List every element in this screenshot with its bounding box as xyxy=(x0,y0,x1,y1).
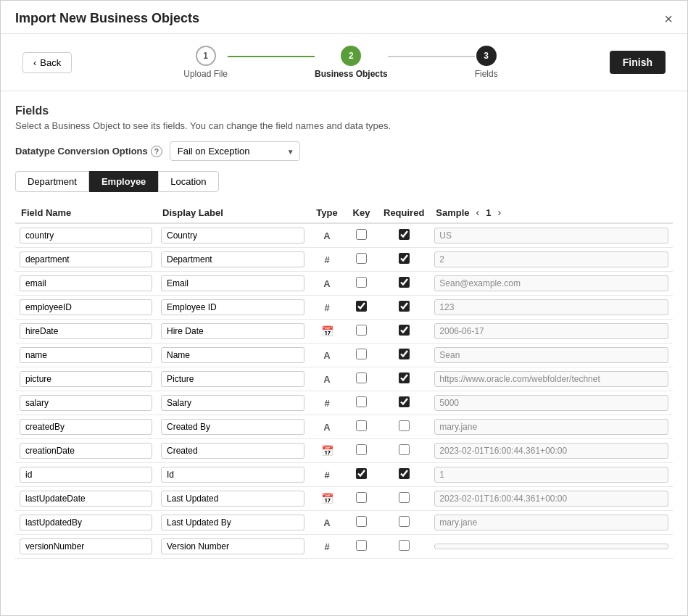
fields-table-wrap: Field Name Display Label Type Key Requir… xyxy=(15,202,673,559)
displaylabel-input[interactable] xyxy=(161,228,304,244)
step3-label: Fields xyxy=(475,69,498,79)
fieldname-input[interactable] xyxy=(20,395,152,411)
key-checkbox[interactable] xyxy=(356,277,367,288)
table-row: # 2 xyxy=(15,248,673,272)
cell-type: 📅 xyxy=(309,487,345,511)
fieldname-input[interactable] xyxy=(20,299,152,315)
cell-key xyxy=(345,439,378,463)
displaylabel-input[interactable] xyxy=(161,443,304,459)
cell-key xyxy=(345,344,378,367)
sample-prev-button[interactable]: ‹ xyxy=(474,207,482,218)
cell-sample: 2006-06-17 xyxy=(430,320,673,344)
cell-required xyxy=(378,487,430,511)
cell-fieldname xyxy=(15,367,157,391)
cell-sample xyxy=(430,535,673,559)
key-checkbox[interactable] xyxy=(356,396,367,407)
tab-department[interactable]: Department xyxy=(15,171,89,192)
sample-next-button[interactable]: › xyxy=(496,207,504,218)
cell-fieldname xyxy=(15,463,157,487)
required-checkbox[interactable] xyxy=(399,253,410,264)
key-checkbox[interactable] xyxy=(356,540,367,551)
displaylabel-input[interactable] xyxy=(161,538,304,554)
displaylabel-input[interactable] xyxy=(161,467,304,483)
cell-fieldname xyxy=(15,272,157,296)
tab-employee[interactable]: Employee xyxy=(89,171,158,192)
cell-key xyxy=(345,535,378,559)
key-checkbox[interactable] xyxy=(356,492,367,503)
displaylabel-input[interactable] xyxy=(161,395,304,411)
fields-tbody: A US # 2 xyxy=(15,223,673,559)
required-checkbox[interactable] xyxy=(399,492,410,503)
key-checkbox[interactable] xyxy=(356,468,367,479)
wizard-left: ‹ Back xyxy=(22,52,72,73)
displaylabel-input[interactable] xyxy=(161,419,304,435)
key-checkbox[interactable] xyxy=(356,372,367,383)
required-checkbox[interactable] xyxy=(399,229,410,240)
fieldname-input[interactable] xyxy=(20,538,152,554)
fieldname-input[interactable] xyxy=(20,228,152,244)
required-checkbox[interactable] xyxy=(399,277,410,288)
required-checkbox[interactable] xyxy=(399,349,410,359)
displaylabel-input[interactable] xyxy=(161,275,304,291)
cell-required xyxy=(378,272,430,296)
displaylabel-input[interactable] xyxy=(161,491,304,507)
cell-type: A xyxy=(309,367,345,391)
cell-required xyxy=(378,367,430,391)
fieldname-input[interactable] xyxy=(20,275,152,291)
displaylabel-input[interactable] xyxy=(161,299,304,315)
cell-sample: mary.jane xyxy=(430,415,673,439)
tab-location[interactable]: Location xyxy=(158,171,218,192)
key-checkbox[interactable] xyxy=(356,420,367,431)
required-checkbox[interactable] xyxy=(399,468,410,479)
key-checkbox[interactable] xyxy=(356,301,367,312)
fieldname-input[interactable] xyxy=(20,491,152,507)
fieldname-input[interactable] xyxy=(20,323,152,339)
conversion-select[interactable]: Fail on Exception Skip on Exception Defa… xyxy=(170,141,300,161)
fieldname-input[interactable] xyxy=(20,371,152,387)
required-checkbox[interactable] xyxy=(399,325,410,336)
fieldname-input[interactable] xyxy=(20,251,152,267)
cell-type: A xyxy=(309,223,345,248)
sample-value xyxy=(434,544,668,549)
cell-displaylabel xyxy=(157,463,309,487)
key-checkbox[interactable] xyxy=(356,516,367,527)
fieldname-input[interactable] xyxy=(20,419,152,435)
table-row: A mary.jane xyxy=(15,415,673,439)
table-header-row: Field Name Display Label Type Key Requir… xyxy=(15,202,673,223)
displaylabel-input[interactable] xyxy=(161,371,304,387)
required-checkbox[interactable] xyxy=(399,372,410,383)
key-checkbox[interactable] xyxy=(356,444,367,455)
required-checkbox[interactable] xyxy=(399,420,410,431)
required-checkbox[interactable] xyxy=(399,301,410,312)
key-checkbox[interactable] xyxy=(356,349,367,359)
table-row: # 123 xyxy=(15,296,673,320)
fieldname-input[interactable] xyxy=(20,515,152,530)
fieldname-input[interactable] xyxy=(20,443,152,459)
displaylabel-input[interactable] xyxy=(161,251,304,267)
displaylabel-input[interactable] xyxy=(161,515,304,530)
cell-required xyxy=(378,248,430,272)
required-checkbox[interactable] xyxy=(399,444,410,455)
cell-displaylabel xyxy=(157,367,309,391)
required-checkbox[interactable] xyxy=(399,540,410,551)
close-button[interactable]: × xyxy=(664,12,673,26)
key-checkbox[interactable] xyxy=(356,229,367,240)
required-checkbox[interactable] xyxy=(399,396,410,407)
displaylabel-input[interactable] xyxy=(161,323,304,339)
cell-fieldname xyxy=(15,248,157,272)
fieldname-input[interactable] xyxy=(20,347,152,363)
back-label: Back xyxy=(40,57,61,68)
key-checkbox[interactable] xyxy=(356,325,367,336)
key-checkbox[interactable] xyxy=(356,253,367,264)
back-button[interactable]: ‹ Back xyxy=(22,52,72,73)
sample-value: 2023-02-01T16:00:44.361+00:00 xyxy=(434,443,668,459)
help-icon: ? xyxy=(151,146,162,157)
required-checkbox[interactable] xyxy=(399,516,410,527)
cell-required xyxy=(378,463,430,487)
cell-type: A xyxy=(309,272,345,296)
fieldname-input[interactable] xyxy=(20,467,152,483)
finish-button[interactable]: Finish xyxy=(610,51,666,74)
cell-fieldname xyxy=(15,296,157,320)
displaylabel-input[interactable] xyxy=(161,347,304,363)
wizard-bar: ‹ Back 1 Upload File 2 Business Objects xyxy=(1,34,687,91)
